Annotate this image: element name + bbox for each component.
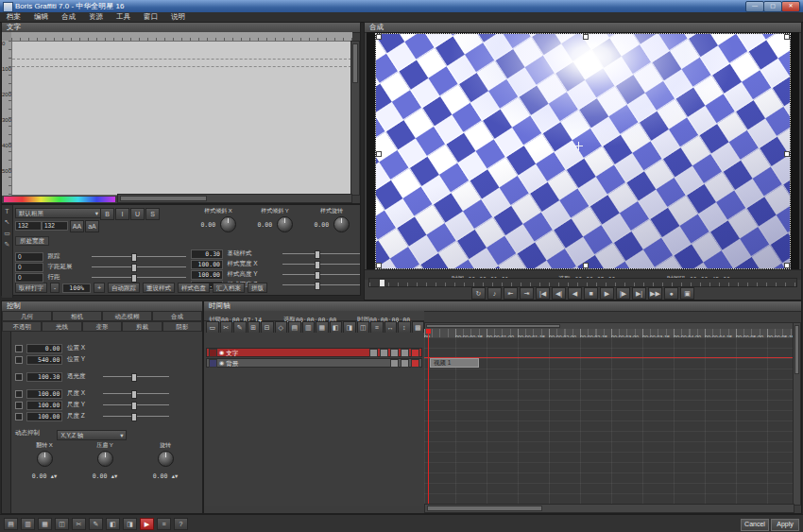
render-button[interactable]: ▶ xyxy=(140,518,154,530)
cancel-button[interactable]: Cancel xyxy=(741,519,769,531)
track-visibility-icon[interactable]: ◉ xyxy=(219,349,224,356)
font-size-field[interactable] xyxy=(15,221,42,231)
layout-button[interactable]: 拼版 xyxy=(248,283,267,293)
style-button[interactable]: I xyxy=(115,208,129,220)
scrubber-handle[interactable] xyxy=(379,279,385,287)
text-tool-icon[interactable]: T xyxy=(5,208,9,215)
motion-axis-select[interactable]: X,Y,Z 轴 ▾ xyxy=(57,430,127,440)
new-comp-icon[interactable]: ▤ xyxy=(4,518,18,530)
timeline-horizontal-scrollbar[interactable] xyxy=(424,504,794,513)
razor-icon[interactable]: ✂ xyxy=(220,321,233,334)
preview-image[interactable] xyxy=(376,34,790,268)
zoom-in-button[interactable]: + xyxy=(94,283,105,293)
style-skew-y-dial[interactable] xyxy=(277,216,293,232)
selection-handle[interactable] xyxy=(583,34,589,40)
menu-item[interactable]: 工具 xyxy=(110,12,137,22)
param-value-field[interactable]: 0 xyxy=(15,273,43,283)
sample-type-button[interactable]: 取样打字 xyxy=(15,283,47,293)
mark-in-button[interactable]: ⇤ xyxy=(504,287,518,300)
cut-icon[interactable]: ✂ xyxy=(72,518,86,530)
track-record-box[interactable] xyxy=(411,359,419,368)
font-select[interactable]: 默认粗黑 ▾ xyxy=(15,208,102,218)
preview-scrubber[interactable] xyxy=(368,278,797,287)
playhead-line[interactable] xyxy=(428,329,429,506)
expand-horizontal-icon[interactable]: ↔ xyxy=(384,321,398,334)
preview-icon[interactable]: ◨ xyxy=(123,518,137,530)
selection-handle[interactable] xyxy=(376,263,382,268)
param-slider[interactable] xyxy=(282,284,360,285)
menu-item[interactable]: 合成 xyxy=(55,12,82,22)
track-option-box[interactable] xyxy=(390,349,399,357)
param-slider[interactable] xyxy=(92,277,186,278)
flip-x-dial[interactable] xyxy=(37,451,53,467)
selection-handle[interactable] xyxy=(784,263,790,268)
frame-tool-icon[interactable]: ▭ xyxy=(4,230,10,237)
param-value-field[interactable]: 100.30 xyxy=(26,372,62,382)
audio-button[interactable]: ♪ xyxy=(487,287,502,300)
keyframe-checkbox[interactable] xyxy=(15,413,23,420)
selection-handle[interactable] xyxy=(376,34,382,40)
case-button[interactable]: aA xyxy=(85,220,99,232)
canvas-vertical-scrollbar[interactable] xyxy=(350,41,360,196)
help-icon[interactable]: ? xyxy=(174,518,188,530)
grid-icon[interactable]: ▦ xyxy=(316,321,329,334)
track-option-box[interactable] xyxy=(401,349,409,357)
auto-track-button[interactable]: 自动跟踪 xyxy=(108,283,140,293)
playhead-handle[interactable] xyxy=(426,329,431,334)
selection-handle[interactable] xyxy=(784,151,790,157)
spinner-arrows[interactable]: ▴▾ xyxy=(51,472,58,479)
param-value-field[interactable]: 540.00 xyxy=(26,355,62,365)
anchor-point-crosshair[interactable] xyxy=(574,142,583,150)
control-tab[interactable]: 变形 xyxy=(82,321,122,332)
track-option-box[interactable] xyxy=(390,359,399,368)
save-icon[interactable]: ▦ xyxy=(38,518,52,530)
prev-frame-button[interactable]: ◀| xyxy=(552,287,566,300)
track-color-swatch[interactable] xyxy=(209,359,217,368)
rows-icon[interactable]: ▥ xyxy=(302,321,316,334)
style-rotate-dial[interactable] xyxy=(333,216,350,232)
rotate-dial[interactable] xyxy=(158,451,174,467)
add-track-icon[interactable]: ⊞ xyxy=(248,321,261,334)
edit-tool-icon[interactable]: ✎ xyxy=(5,241,10,249)
param-slider[interactable] xyxy=(103,404,169,405)
param-value-field[interactable]: 100.00 xyxy=(26,412,62,421)
case-button[interactable]: AA xyxy=(70,220,84,232)
font-leading-field[interactable] xyxy=(42,221,68,231)
control-tab[interactable]: 不透明 xyxy=(2,321,42,332)
selection-handle[interactable] xyxy=(784,34,790,40)
color-spectrum-bar[interactable] xyxy=(4,197,115,202)
pattern-icon[interactable]: ▩ xyxy=(412,321,425,334)
track-row-background[interactable]: ◉ 背景 xyxy=(206,358,422,368)
track-color-swatch[interactable] xyxy=(209,349,217,357)
title-bar[interactable]: Boris Graffiti 7.0 - 中华全明星 16 — ▢ ✕ xyxy=(0,0,803,13)
style-palette-button[interactable]: 样式色盘 xyxy=(178,283,210,293)
menu-item[interactable]: 窗口 xyxy=(137,12,164,22)
split-right-icon[interactable]: ◨ xyxy=(343,321,356,334)
timeline-lane[interactable]: 视频 1 xyxy=(424,337,794,506)
control-tab[interactable]: 光线 xyxy=(42,321,81,332)
library-icon[interactable]: ◫ xyxy=(55,518,69,530)
control-tab[interactable]: 合成 xyxy=(152,311,202,321)
style-button[interactable]: S xyxy=(145,208,160,220)
selection-handle[interactable] xyxy=(376,151,382,157)
spinner-arrows[interactable]: ▴▾ xyxy=(172,472,179,479)
edit-icon[interactable]: ✎ xyxy=(89,518,103,530)
style-button[interactable]: U xyxy=(130,208,145,220)
maximize-button[interactable]: ▢ xyxy=(763,1,782,12)
record-button[interactable]: ● xyxy=(664,287,678,300)
canvas-horizontal-scrollbar[interactable] xyxy=(117,194,352,203)
menu-item[interactable]: 档案 xyxy=(0,12,27,22)
spinner-arrows[interactable]: ▴▾ xyxy=(111,472,118,479)
play-reverse-button[interactable]: ◀ xyxy=(568,287,582,300)
apply-button[interactable]: Apply xyxy=(771,519,799,531)
control-tab[interactable]: 阴影 xyxy=(162,321,202,332)
menu-item[interactable]: 编辑 xyxy=(27,12,55,22)
control-tab[interactable]: 动态模糊 xyxy=(102,311,152,321)
track-option-box[interactable] xyxy=(401,359,409,368)
param-slider[interactable] xyxy=(103,416,169,417)
next-frame-button[interactable]: |▶ xyxy=(616,287,630,300)
go-start-button[interactable]: |◀ xyxy=(536,287,550,300)
track-row-text[interactable]: ◉ 文字 xyxy=(206,348,422,357)
split-left-icon[interactable]: ◧ xyxy=(330,321,343,334)
style-skew-x-dial[interactable] xyxy=(220,216,236,232)
